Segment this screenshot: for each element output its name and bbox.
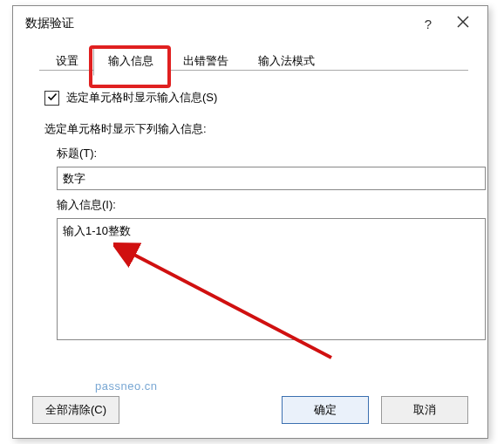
data-validation-dialog: 数据验证 ? 设置 输入信息 出错警告 输入法模式 选定单元格时显示输入信息(S… — [12, 5, 488, 439]
tab-settings[interactable]: 设置 — [41, 46, 93, 76]
dialog-titlebar: 数据验证 ? — [13, 6, 487, 41]
section-heading: 选定单元格时显示下列输入信息: — [44, 121, 461, 137]
show-message-checkbox[interactable] — [44, 91, 59, 106]
close-button[interactable] — [446, 6, 480, 41]
ok-button[interactable]: 确定 — [282, 396, 369, 424]
show-message-label: 选定单元格时显示输入信息(S) — [66, 90, 217, 106]
cancel-button[interactable]: 取消 — [381, 396, 468, 424]
tab-error-alert[interactable]: 出错警告 — [168, 46, 243, 76]
message-textarea[interactable] — [57, 218, 486, 340]
title-field-label: 标题(T): — [57, 146, 461, 161]
dialog-body: 选定单元格时显示输入信息(S) 选定单元格时显示下列输入信息: 标题(T): 输… — [13, 76, 487, 343]
dialog-title: 数据验证 — [25, 16, 411, 31]
tab-strip: 设置 输入信息 出错警告 输入法模式 — [41, 46, 487, 76]
help-icon: ? — [425, 17, 432, 31]
dialog-buttons: 全部清除(C) 确定 取消 — [13, 396, 487, 424]
clear-all-button[interactable]: 全部清除(C) — [32, 396, 119, 424]
message-field-label: 输入信息(I): — [57, 197, 461, 213]
checkmark-icon — [47, 92, 58, 105]
watermark-text: passneo.cn — [95, 379, 158, 393]
close-icon — [457, 16, 469, 31]
tab-ime-mode[interactable]: 输入法模式 — [243, 46, 330, 76]
help-button[interactable]: ? — [411, 6, 446, 41]
tab-input-message[interactable]: 输入信息 — [93, 46, 168, 76]
title-input[interactable] — [57, 167, 486, 190]
